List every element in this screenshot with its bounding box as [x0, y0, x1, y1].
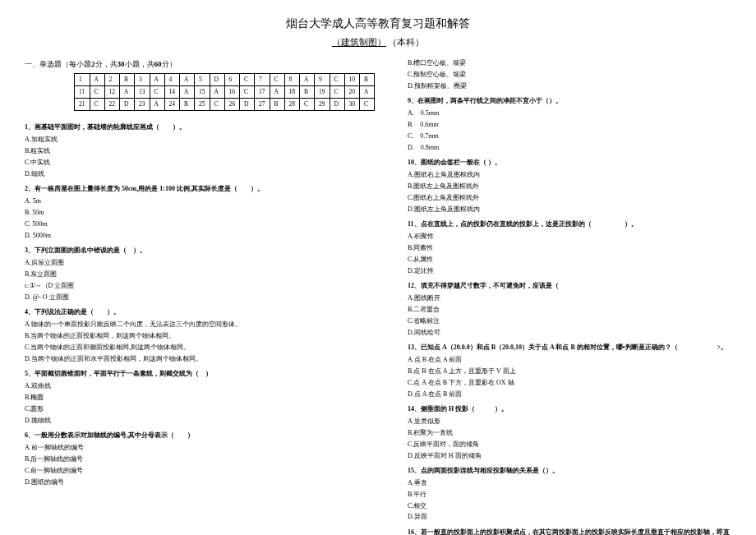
question-stem: 15、点的两面投影连线与相应投影轴的关系是（）。: [408, 466, 731, 477]
question-option: A.双曲线: [25, 381, 375, 392]
question-stem: 6、一般用分数表示对加轴线的编号,其中分母表示（ ）: [25, 431, 375, 441]
question-option: A.垂直: [408, 478, 731, 489]
question-option: C.从属性: [408, 255, 731, 265]
answer-key-table: 1A 2B 3A 4A 5D 6C 7C 8A 9C 10B 11C 12A 1…: [74, 73, 375, 111]
question-stem: 11、点在直线上，点的投影仍在直线的投影上，这是正投影的（ ）。: [408, 219, 731, 230]
question-stem: 16、若一般直的投影面上的投影积聚成点，在其它两投影面上的投影反映实际长度且垂直…: [408, 528, 731, 535]
question-option: A.点 B 在点 A 前面: [408, 355, 731, 366]
question-option: B.同素性: [408, 243, 731, 254]
question-option: C.图纸右上角及图框线外: [408, 193, 731, 204]
question-option: C.前一脚轴线的编号: [25, 466, 375, 477]
question-stem: 10、图纸的会签栏一般在（ ）。: [408, 158, 731, 168]
question-option: D.图纸左上角及图框线内: [408, 205, 731, 215]
question-option: B. 0.6mm: [408, 120, 731, 131]
left-questions: 1、画基础平面图时，基础墙的轮廓线应画成（ ）。A.加粗实线B.粗实线C.中实线…: [25, 122, 375, 487]
question-option: A. 0.5mm: [408, 108, 731, 119]
question-option: A.呈类似形: [408, 417, 731, 427]
question-option: C.省略标注: [408, 316, 731, 327]
question-option: B.平行: [408, 490, 731, 500]
subtitle: （建筑制图）: [332, 37, 386, 47]
question-stem: 2、有一栋房屋在图上量得长度为 50cm,用的是 1:100 比例,其实际长度是…: [25, 184, 375, 195]
question-option: A.房屋立面图: [25, 258, 375, 269]
subtitle-suffix: （本科）: [388, 37, 424, 47]
question-option: C. 500m: [25, 219, 375, 230]
section-title: 一、单选题（每小题2分，共30小题，共60分）: [25, 58, 375, 70]
question-option: D.细线: [25, 169, 375, 180]
question-option: B.槽口空心板、墙梁: [408, 58, 731, 69]
table-row: 21C 22D 23A 24B 25C 26D 27B 28C 29D 30C: [75, 99, 375, 111]
question-option: A.图线断开: [408, 293, 731, 304]
main-title: 烟台大学成人高等教育复习题和解答: [25, 16, 731, 31]
left-column: 一、单选题（每小题2分，共30小题，共60分） 1A 2B 3A 4A 5D 6…: [25, 58, 375, 535]
question-stem: 9、在画图时，两条平行线之间的净距不宜小于（）。: [408, 96, 731, 107]
question-option: C.反映平面对，面的倾角: [408, 440, 731, 450]
question-option: A.物体的一个单面投影只能反映二个向度，无法表达三个向度的空间形体。: [25, 320, 375, 330]
question-option: C.点 A 在点 B 下方，且重影在 OX 轴: [408, 378, 731, 389]
question-stem: 13、已知点 A（20.0.0）和点 B（20.0,10）关于点 A 和点 B …: [408, 343, 731, 353]
question-stem: 12、填充不得穿越尺寸数字，不可避免时，应该是（: [408, 281, 731, 292]
question-option: D.定比性: [408, 266, 731, 277]
content-columns: 一、单选题（每小题2分，共30小题，共60分） 1A 2B 3A 4A 5D 6…: [25, 58, 731, 535]
question-stem: 3、下列立面图的图名中错误的是（ ）。: [25, 246, 375, 256]
question-option: A.图纸右上角及图框线内: [408, 170, 731, 181]
question-stem: 1、画基础平面图时，基础墙的轮廓线应画成（ ）。: [25, 122, 375, 133]
question-option: B.当两个物体的正面投影相同，则这两个物体相同。: [25, 331, 375, 342]
question-option: C.预制空心板、墙梁: [408, 70, 731, 81]
right-questions: B.槽口空心板、墙梁C.预制空心板、墙梁D.预制框架板、圈梁9、在画图时，两条平…: [408, 58, 731, 535]
question-stem: 4、下列说法正确的是（ ）。: [25, 307, 375, 318]
question-option: B. 50m: [25, 208, 375, 219]
question-option: D. 0.8mm: [408, 143, 731, 154]
question-stem: 14、侧垂面的 H 投影（ ）。: [408, 404, 731, 415]
right-column: B.槽口空心板、墙梁C.预制空心板、墙梁D.预制框架板、圈梁9、在画图时，两条平…: [408, 58, 731, 535]
question-option: A. 5m: [25, 196, 375, 207]
question-option: C.圆形: [25, 404, 375, 415]
subtitle-row: （建筑制图） （本科）: [25, 36, 731, 48]
question-option: D.点 A 在点 B 前面: [408, 390, 731, 400]
question-option: D.当两个物体的正面和水平面投影相同，则这两个物体相同。: [25, 354, 375, 365]
document-header: 烟台大学成人高等教育复习题和解答 （建筑制图） （本科）: [25, 16, 731, 48]
question-option: C.中实线: [25, 158, 375, 168]
table-row: 1A 2B 3A 4A 5D 6C 7C 8A 9C 10B: [75, 74, 375, 86]
question-option: D.抛物线: [25, 416, 375, 427]
question-option: B.图纸左上角及图框线外: [408, 182, 731, 192]
question-option: B.粗实线: [25, 146, 375, 157]
question-option: D.反映平面对 H 面的倾角: [408, 451, 731, 462]
question-option: B.后一脚轴线的编号: [25, 454, 375, 465]
question-option: B.椭圆: [25, 393, 375, 404]
question-option: A.加粗实线: [25, 135, 375, 145]
question-option: D. @- O 立面图: [25, 293, 375, 303]
question-option: D.图纸的编号: [25, 477, 375, 488]
question-stem: 5、平面截切圆锥面时，平面平行于一条素线，则截交线为（ ）: [25, 369, 375, 380]
table-row: 11C 12A 13C 14A 15A 16C 17A 18B 19C 20A: [75, 86, 375, 99]
question-option: D. 5000m: [25, 231, 375, 242]
question-option: B.东立面图: [25, 270, 375, 280]
question-option: B.二者重合: [408, 305, 731, 316]
question-option: D.预制框架板、圈梁: [408, 81, 731, 92]
question-option: D.异面: [408, 512, 731, 523]
question-option: A.前一脚轴线的编号: [25, 443, 375, 454]
question-option: C.当两个物体的正面和侧面投影相同,则这两个物体相同。: [25, 343, 375, 353]
question-option: C. 0.7mm: [408, 131, 731, 142]
question-option: B.积聚为一直线: [408, 428, 731, 439]
question-option: C.相交: [408, 501, 731, 512]
question-option: c.①～（D 立面图: [25, 281, 375, 292]
question-option: A.积聚性: [408, 232, 731, 242]
question-option: D.间线绘可: [408, 328, 731, 339]
question-option: B.点 B 在点 A 上方，且重形于 V 面上: [408, 367, 731, 377]
